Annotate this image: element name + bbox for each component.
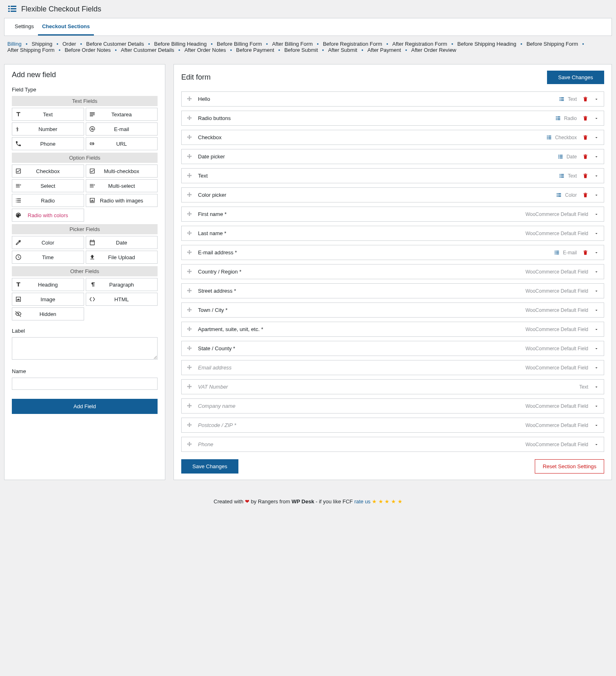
- chevron-down-icon[interactable]: [594, 289, 599, 294]
- section-link-before-billing-form[interactable]: Before Billing Form: [217, 41, 262, 47]
- section-link-billing[interactable]: Billing: [7, 41, 22, 47]
- drag-handle-icon[interactable]: [187, 135, 192, 140]
- drag-handle-icon[interactable]: [187, 231, 192, 236]
- drag-handle-icon[interactable]: [187, 327, 192, 332]
- drag-handle-icon[interactable]: [187, 96, 192, 102]
- trash-icon[interactable]: [583, 135, 588, 140]
- field-type-url[interactable]: URL: [86, 137, 158, 150]
- drag-handle-icon[interactable]: [187, 211, 192, 217]
- field-type-radio[interactable]: Radio: [12, 194, 84, 207]
- field-type-text[interactable]: Text: [12, 108, 84, 121]
- field-type-checkbox[interactable]: Checkbox: [12, 165, 84, 178]
- save-changes-top-button[interactable]: Save Changes: [547, 71, 604, 84]
- section-link-after-order-review[interactable]: After Order Review: [411, 47, 456, 53]
- section-link-before-customer-details[interactable]: Before Customer Details: [86, 41, 144, 47]
- field-name-input[interactable]: [12, 378, 158, 390]
- field-type-time[interactable]: Time: [12, 251, 84, 264]
- section-link-before-order-notes[interactable]: Before Order Notes: [64, 47, 111, 53]
- trash-icon[interactable]: [583, 116, 588, 121]
- chevron-down-icon[interactable]: [594, 154, 599, 159]
- field-type-paragraph[interactable]: Paragraph: [86, 278, 158, 291]
- drag-handle-icon[interactable]: [187, 154, 192, 160]
- save-changes-bottom-button[interactable]: Save Changes: [181, 459, 238, 474]
- rate-us-link[interactable]: rate us: [354, 498, 371, 505]
- section-link-order[interactable]: Order: [62, 41, 76, 47]
- section-link-shipping[interactable]: Shipping: [32, 41, 53, 47]
- chevron-down-icon[interactable]: [594, 269, 599, 274]
- trash-icon[interactable]: [583, 96, 588, 102]
- field-type-number[interactable]: Number: [12, 122, 84, 136]
- chevron-down-icon[interactable]: [594, 193, 599, 198]
- section-link-after-billing-form[interactable]: After Billing Form: [272, 41, 313, 47]
- drag-handle-icon[interactable]: [187, 403, 192, 409]
- add-field-button[interactable]: Add Field: [12, 399, 158, 414]
- tab-checkout-sections[interactable]: Checkout Sections: [38, 18, 94, 36]
- section-link-after-customer-details[interactable]: After Customer Details: [121, 47, 174, 53]
- section-link-before-registration-form[interactable]: Before Registration Form: [323, 41, 382, 47]
- field-type-image[interactable]: Image: [12, 293, 84, 306]
- field-type-hidden[interactable]: Hidden: [12, 307, 84, 320]
- drag-handle-icon[interactable]: [187, 422, 192, 428]
- chevron-down-icon[interactable]: [594, 423, 599, 428]
- drag-handle-icon[interactable]: [187, 192, 192, 198]
- section-link-after-registration-form[interactable]: After Registration Form: [392, 41, 447, 47]
- reset-section-button[interactable]: Reset Section Settings: [535, 459, 604, 474]
- chevron-down-icon[interactable]: [594, 365, 599, 370]
- drag-handle-icon[interactable]: [187, 173, 192, 179]
- section-link-after-order-notes[interactable]: After Order Notes: [185, 47, 226, 53]
- chevron-down-icon[interactable]: [594, 442, 599, 447]
- drag-handle-icon[interactable]: [187, 250, 192, 256]
- drag-handle-icon[interactable]: [187, 269, 192, 275]
- section-link-before-billing-heading[interactable]: Before Billing Heading: [154, 41, 207, 47]
- chevron-down-icon[interactable]: [594, 385, 599, 389]
- field-type-html[interactable]: HTML: [86, 293, 158, 306]
- field-type-color[interactable]: Color: [12, 236, 84, 249]
- tab-settings[interactable]: Settings: [11, 18, 38, 36]
- chevron-down-icon[interactable]: [594, 250, 599, 255]
- section-link-before-submit[interactable]: Before Submit: [284, 47, 318, 53]
- trash-icon[interactable]: [583, 250, 588, 256]
- chevron-down-icon[interactable]: [594, 135, 599, 140]
- trash-icon[interactable]: [583, 173, 588, 179]
- chevron-down-icon[interactable]: [594, 97, 599, 102]
- chevron-down-icon[interactable]: [594, 212, 599, 217]
- field-type-multi-select[interactable]: Multi-select: [86, 179, 158, 192]
- field-row-name: Text: [198, 173, 559, 179]
- chevron-down-icon[interactable]: [594, 116, 599, 121]
- section-link-after-shipping-form[interactable]: After Shipping Form: [7, 47, 55, 53]
- field-type-phone[interactable]: Phone: [12, 137, 84, 150]
- drag-handle-icon[interactable]: [187, 307, 192, 313]
- drag-handle-icon[interactable]: [187, 365, 192, 371]
- field-type-radio-with-colors[interactable]: Radio with colors: [12, 209, 84, 222]
- chevron-down-icon[interactable]: [594, 346, 599, 351]
- chevron-down-icon[interactable]: [594, 308, 599, 313]
- section-link-after-payment[interactable]: After Payment: [367, 47, 401, 53]
- chevron-down-icon[interactable]: [594, 231, 599, 236]
- field-type-badge: WooCommerce Default Field: [525, 422, 588, 428]
- field-type-file-upload[interactable]: File Upload: [86, 251, 158, 264]
- field-label-input[interactable]: [12, 337, 158, 360]
- chevron-down-icon[interactable]: [594, 327, 599, 332]
- section-link-before-shipping-form[interactable]: Before Shipping Form: [527, 41, 578, 47]
- svg-rect-28: [558, 158, 559, 158]
- chevron-down-icon[interactable]: [594, 173, 599, 178]
- section-link-before-shipping-heading[interactable]: Before Shipping Heading: [457, 41, 516, 47]
- field-type-radio-with-images[interactable]: Radio with images: [86, 194, 158, 207]
- section-link-after-submit[interactable]: After Submit: [328, 47, 358, 53]
- trash-icon[interactable]: [583, 192, 588, 198]
- field-type-date[interactable]: Date: [86, 236, 158, 249]
- drag-handle-icon[interactable]: [187, 442, 192, 447]
- field-type-select[interactable]: Select: [12, 179, 84, 192]
- field-type-multi-checkbox[interactable]: Multi-checkbox: [86, 165, 158, 178]
- drag-handle-icon[interactable]: [187, 288, 192, 294]
- field-type-e-mail[interactable]: E-mail: [86, 122, 158, 136]
- field-type-heading[interactable]: Heading: [12, 278, 84, 291]
- section-link-before-payment[interactable]: Before Payment: [236, 47, 274, 53]
- field-row: E-mail address *E-mail: [181, 245, 604, 260]
- field-type-textarea[interactable]: Textarea: [86, 108, 158, 121]
- chevron-down-icon[interactable]: [594, 404, 599, 409]
- drag-handle-icon[interactable]: [187, 116, 192, 121]
- trash-icon[interactable]: [583, 154, 588, 160]
- drag-handle-icon[interactable]: [187, 346, 192, 351]
- drag-handle-icon[interactable]: [187, 384, 192, 390]
